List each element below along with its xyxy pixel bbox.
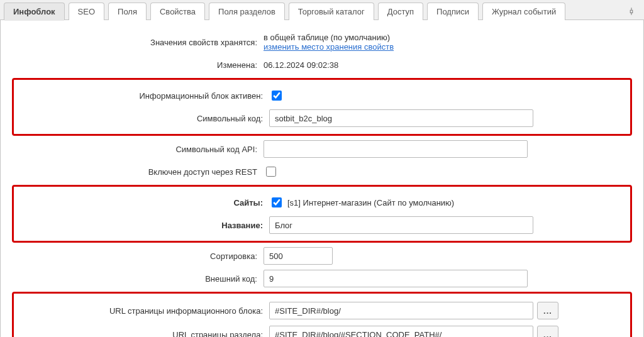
change-storage-link[interactable]: изменить место хранения свойств [264, 42, 394, 52]
label-name: Название: [18, 221, 269, 230]
tab-fields[interactable]: Поля [108, 3, 147, 20]
row-values-stored: Значения свойств хранятся: в общей табли… [12, 33, 632, 52]
row-xml-id: Внешний код: [12, 269, 632, 288]
xml-id-input[interactable] [264, 270, 528, 287]
api-code-input[interactable] [264, 140, 528, 158]
tab-seo[interactable]: SEO [69, 3, 104, 20]
tab-captions[interactable]: Подписи [427, 3, 479, 20]
rest-checkbox[interactable] [266, 167, 276, 177]
label-api-code: Символьный код API: [12, 145, 264, 154]
row-api-code: Символьный код API: [12, 140, 632, 158]
tab-event-log[interactable]: Журнал событий [482, 3, 565, 20]
label-active: Информационный блок активен: [18, 91, 269, 101]
label-rest: Включен доступ через REST [12, 167, 264, 177]
active-checkbox[interactable] [272, 91, 282, 101]
label-modified: Изменена: [12, 60, 264, 70]
highlight-urls: URL страницы информационного блока: ... … [12, 292, 632, 337]
label-xml-id: Внешний код: [12, 274, 264, 284]
label-url-section: URL страницы раздела: [18, 330, 269, 338]
tab-infoblock[interactable]: Инфоблок [4, 3, 65, 20]
modified-value: 06.12.2024 09:02:38 [264, 60, 338, 70]
code-input[interactable] [269, 109, 533, 127]
label-sites: Сайты: [18, 198, 269, 207]
url-iblock-input[interactable] [269, 302, 533, 319]
tab-catalog[interactable]: Торговый каталог [289, 3, 374, 20]
row-sort: Сортировка: [12, 246, 632, 265]
label-code: Символьный код: [18, 114, 269, 123]
values-stored-text: в общей таблице (по умолчанию) [264, 33, 390, 42]
highlight-sites-name: Сайты: [s1] Интернет-магазин (Сайт по ум… [12, 185, 632, 243]
tab-access[interactable]: Доступ [378, 3, 423, 20]
tab-section-fields[interactable]: Поля разделов [209, 3, 285, 20]
url-section-input[interactable] [269, 326, 533, 337]
site-s1-checkbox[interactable] [272, 197, 282, 207]
url-section-picker-button[interactable]: ... [537, 326, 558, 337]
pin-icon[interactable] [623, 3, 640, 19]
site-s1-label: [s1] Интернет-магазин (Сайт по умолчанию… [287, 198, 454, 207]
sort-input[interactable] [264, 247, 333, 265]
highlight-active-code: Информационный блок активен: Символьный … [12, 78, 632, 136]
form-panel: Значения свойств хранятся: в общей табли… [0, 20, 644, 337]
label-url-iblock: URL страницы информационного блока: [18, 306, 269, 316]
row-rest: Включен доступ через REST [12, 162, 632, 181]
row-modified: Изменена: 06.12.2024 09:02:38 [12, 55, 632, 74]
url-iblock-picker-button[interactable]: ... [537, 302, 558, 319]
name-input[interactable] [269, 216, 533, 234]
tab-properties[interactable]: Свойства [150, 3, 205, 20]
label-sort: Сортировка: [12, 251, 264, 261]
label-values-stored: Значения свойств хранятся: [12, 38, 264, 47]
tab-bar: Инфоблок SEO Поля Свойства Поля разделов… [0, 0, 644, 20]
